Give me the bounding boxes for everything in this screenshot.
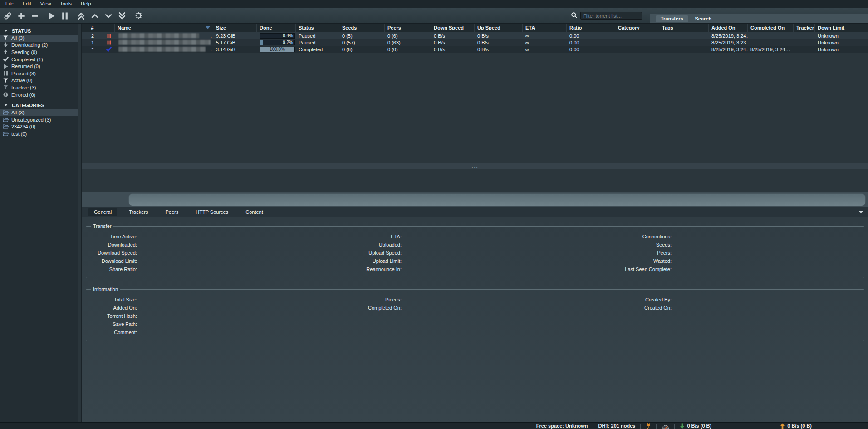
- category-234234[interactable]: 234234 (0): [0, 123, 81, 131]
- column-header-state-icon[interactable]: [103, 24, 115, 32]
- added-on-cell: 8/25/2019, 3:24…: [709, 46, 748, 53]
- menu-help[interactable]: Help: [76, 0, 96, 8]
- column-header-seeds[interactable]: Seeds: [339, 24, 385, 32]
- settings-gear-icon[interactable]: [134, 11, 143, 21]
- status-filter-paused[interactable]: Paused (3): [0, 70, 81, 77]
- seeds-cell: 0 (6): [339, 46, 385, 53]
- information-legend: Information: [91, 286, 120, 292]
- filter-funnel-dim-icon: [3, 85, 9, 90]
- delete-torrent-icon[interactable]: [30, 11, 39, 21]
- torrent-row[interactable]: 2 . 9.23 GiB 0.4% Paused 0 (5) 0 (6) 0 B…: [82, 32, 868, 39]
- torrent-table-header: # Name Size Done Status Seeds Peers Down…: [82, 24, 868, 32]
- add-torrent-file-icon[interactable]: [17, 11, 26, 21]
- tab-content[interactable]: Content: [240, 208, 269, 216]
- column-header-eta[interactable]: ETA: [523, 24, 567, 32]
- menu-file[interactable]: File: [1, 0, 18, 8]
- pause-icon[interactable]: [60, 11, 69, 21]
- column-header-down-limit[interactable]: Down Limit: [815, 24, 868, 32]
- torrent-filter-input[interactable]: [580, 12, 642, 20]
- column-header-name[interactable]: Name: [115, 24, 213, 32]
- status-filter-active[interactable]: Active (0): [0, 77, 81, 84]
- statusbar-separator: [656, 424, 657, 429]
- progress-bar: 0.4%: [260, 33, 295, 39]
- down-limit-cell: Unknown: [815, 32, 868, 39]
- tracker-cell: [794, 46, 815, 53]
- horizontal-scrollbar-track[interactable]: [82, 192, 868, 207]
- status-filter-downloading[interactable]: Downloading (2): [0, 42, 81, 49]
- status-section-header[interactable]: STATUS: [0, 27, 81, 35]
- field-label: Peers:: [579, 250, 672, 256]
- status-cell: Completed: [296, 46, 339, 53]
- status-filter-inactive[interactable]: Inactive (3): [0, 84, 81, 91]
- tab-trackers[interactable]: Trackers: [123, 208, 153, 216]
- up-speed-cell: 0 B/s: [475, 32, 523, 39]
- filter-funnel-icon: [3, 35, 9, 41]
- column-header-status[interactable]: Status: [296, 24, 339, 32]
- status-filter-resumed[interactable]: Resumed (0): [0, 63, 81, 70]
- down-limit-cell: Unknown: [815, 39, 868, 46]
- category-all[interactable]: All (3): [0, 109, 81, 116]
- ratio-cell: 0.00: [567, 46, 615, 53]
- menu-edit[interactable]: Edit: [18, 0, 36, 8]
- horizontal-scrollbar-thumb[interactable]: [128, 193, 866, 206]
- tab-transfers[interactable]: Transfers: [656, 15, 688, 22]
- menu-tools[interactable]: Tools: [55, 0, 76, 8]
- column-header-ratio[interactable]: Ratio: [567, 24, 615, 32]
- peers-cell: 0 (0): [385, 46, 431, 53]
- column-header-number[interactable]: #: [82, 24, 103, 32]
- column-header-completed-on[interactable]: Completed On: [748, 24, 794, 32]
- pause-icon: [3, 71, 9, 76]
- torrent-row[interactable]: * . 3.14 GiB 100.0% Completed 0 (6) 0 (0…: [82, 46, 868, 53]
- category-uncategorized[interactable]: Uncategorized (3): [0, 116, 81, 123]
- panel-splitter-handle[interactable]: ...: [82, 163, 868, 169]
- panel-collapse-chevron-icon[interactable]: [858, 210, 863, 214]
- column-header-size[interactable]: Size: [213, 24, 257, 32]
- tab-peers[interactable]: Peers: [160, 208, 184, 216]
- categories-section-header[interactable]: CATEGORIES: [0, 101, 81, 109]
- global-download-speed: 0 B/s (0 B): [680, 423, 711, 429]
- free-space-label: Free space: Unknown: [536, 423, 588, 429]
- add-torrent-link-icon[interactable]: [3, 11, 12, 21]
- category-test[interactable]: test (0): [0, 130, 81, 138]
- eta-cell: ∞: [523, 39, 567, 46]
- search-icon: [571, 12, 578, 20]
- field-label: Torrent Hash:: [90, 313, 137, 319]
- menu-view[interactable]: View: [36, 0, 56, 8]
- column-header-down-speed[interactable]: Down Speed: [431, 24, 475, 32]
- column-header-done[interactable]: Done: [257, 24, 296, 32]
- folder-icon: [3, 124, 9, 129]
- column-header-up-speed[interactable]: Up Speed: [475, 24, 523, 32]
- status-filter-all[interactable]: All (3): [0, 35, 81, 42]
- column-header-tracker[interactable]: Tracker: [794, 24, 815, 32]
- torrent-row[interactable]: 1 . 5.17 GiB 9.2% Paused 0 (57) 0 (63) 0…: [82, 39, 868, 46]
- alt-speed-limits-gauge-icon[interactable]: [662, 423, 669, 429]
- eta-cell: ∞: [523, 46, 567, 53]
- bottom-priority-icon[interactable]: [118, 11, 127, 21]
- transfer-fieldset: Transfer Time Active:ETA:Connections: Do…: [86, 223, 864, 278]
- increase-priority-icon[interactable]: [90, 11, 99, 21]
- column-header-category[interactable]: Category: [615, 24, 659, 32]
- column-header-added-on[interactable]: Added On: [709, 24, 748, 32]
- paused-state-icon: [103, 32, 115, 39]
- tab-search[interactable]: Search: [691, 15, 716, 22]
- decrease-priority-icon[interactable]: [104, 11, 113, 21]
- filters-sidebar: STATUS All (3) Downloading (2) Seeding (…: [0, 24, 82, 422]
- top-priority-icon[interactable]: [77, 11, 86, 21]
- category-cell: [615, 39, 659, 46]
- row-number: 2: [82, 32, 103, 39]
- status-filter-completed[interactable]: Completed (1): [0, 56, 81, 63]
- tab-http-sources[interactable]: HTTP Sources: [190, 208, 234, 216]
- completed-on-cell: [748, 32, 794, 39]
- down-limit-cell: Unknown: [815, 46, 868, 53]
- field-label: Download Speed:: [90, 250, 137, 256]
- field-label: Time Active:: [90, 234, 137, 239]
- status-filter-errored[interactable]: Errored (0): [0, 91, 81, 99]
- column-header-tags[interactable]: Tags: [659, 24, 709, 32]
- field-label: Downloaded:: [90, 242, 137, 247]
- seeds-cell: 0 (5): [339, 32, 385, 39]
- status-filter-seeding[interactable]: Seeding (0): [0, 49, 81, 56]
- tab-general[interactable]: General: [88, 208, 117, 216]
- global-upload-speed: 0 B/s (0 B): [780, 423, 812, 429]
- resume-icon[interactable]: [47, 11, 56, 21]
- column-header-peers[interactable]: Peers: [385, 24, 431, 32]
